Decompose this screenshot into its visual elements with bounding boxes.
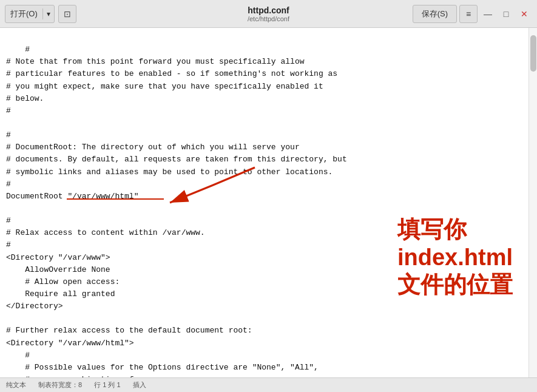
status-encoding: 纯文本: [6, 380, 26, 390]
editor-wrapper: # # Note that from this point forward yo…: [0, 28, 537, 377]
filename-label: httpd.conf: [248, 5, 289, 15]
open-dropdown-arrow[interactable]: ▾: [43, 10, 54, 18]
status-line-ending: 制表符宽度：8: [38, 380, 82, 390]
close-button[interactable]: ✕: [516, 6, 532, 22]
minimize-icon: —: [484, 9, 492, 19]
menu-button[interactable]: ≡: [459, 5, 478, 23]
save-button[interactable]: 保存(S): [413, 5, 457, 23]
titlebar-right: 保存(S) ≡ — □ ✕: [413, 5, 532, 23]
maximize-icon: □: [504, 9, 508, 19]
close-icon: ✕: [521, 9, 528, 19]
editor-content[interactable]: # # Note that from this point forward yo…: [0, 28, 529, 377]
minimize-button[interactable]: —: [480, 6, 496, 22]
status-position: 行 1 列 1: [94, 380, 120, 390]
titlebar-center: httpd.conf /etc/httpd/conf: [248, 5, 289, 22]
scrollbar[interactable]: [529, 28, 537, 377]
recent-files-icon: ⊡: [64, 9, 71, 19]
scrollbar-thumb[interactable]: [530, 35, 536, 72]
filepath-label: /etc/httpd/conf: [248, 15, 289, 22]
editor-text: # # Note that from this point forward yo…: [6, 45, 385, 377]
statusbar: 纯文本 制表符宽度：8 行 1 列 1 插入: [0, 377, 537, 392]
maximize-button[interactable]: □: [498, 6, 514, 22]
hamburger-icon: ≡: [466, 9, 471, 19]
status-mode: 插入: [133, 380, 146, 390]
open-button[interactable]: 打开(O) ▾: [5, 5, 55, 23]
open-button-label: 打开(O): [5, 8, 43, 19]
recent-files-button[interactable]: ⊡: [58, 5, 76, 23]
titlebar: 打开(O) ▾ ⊡ httpd.conf /etc/httpd/conf 保存(…: [0, 0, 537, 28]
